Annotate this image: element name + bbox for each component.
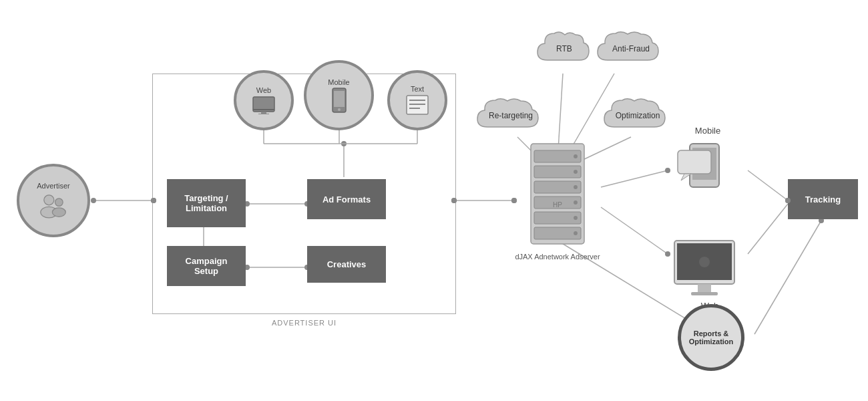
anti-fraud-label: Anti-Fraud: [612, 44, 650, 53]
targeting-box: Targeting /Limitation: [167, 179, 246, 227]
svg-rect-70: [698, 284, 711, 292]
web-icon: [252, 96, 276, 114]
svg-rect-42: [258, 114, 269, 114]
dot-ui-entry: [151, 198, 156, 203]
svg-point-35: [44, 195, 54, 205]
mobile-icon: [331, 88, 347, 113]
svg-line-33: [754, 221, 821, 334]
svg-point-59: [574, 185, 578, 189]
campaign-box: CampaignSetup: [167, 246, 246, 286]
reports-circle: Reports &Optimization: [678, 304, 744, 371]
advertiser-label: Advertiser: [37, 182, 70, 190]
svg-point-45: [338, 108, 341, 111]
ad-formats-box: Ad Formats: [307, 179, 386, 219]
retargeting-cloud: Re-targeting: [474, 94, 548, 137]
svg-line-30: [748, 170, 788, 200]
dot-tracking-entry: [785, 198, 791, 203]
svg-rect-44: [334, 91, 345, 107]
dot-ui-exit: [451, 198, 457, 203]
reports-label: Reports &Optimization: [686, 326, 737, 349]
tracking-box: Tracking: [788, 179, 858, 219]
creatives-label: Creatives: [327, 259, 367, 269]
advertiser-icon: [37, 192, 70, 219]
mobile-circle-label: Mobile: [328, 78, 349, 86]
svg-point-72: [699, 257, 710, 267]
text-icon: [405, 94, 429, 116]
campaign-label: CampaignSetup: [186, 256, 228, 276]
svg-line-26: [601, 207, 668, 254]
svg-point-57: [574, 154, 578, 158]
svg-text:HP: HP: [553, 201, 562, 209]
svg-rect-40: [253, 109, 274, 110]
creatives-box: Creatives: [307, 246, 386, 283]
mobile-output-label: Mobile: [681, 126, 734, 136]
optimization-cloud: Optimization: [601, 94, 674, 137]
svg-line-24: [601, 170, 668, 187]
svg-point-37: [55, 198, 63, 207]
svg-rect-66: [678, 150, 711, 174]
web-output: [668, 237, 741, 304]
svg-rect-41: [261, 112, 266, 114]
web-output-icon: [668, 237, 741, 301]
svg-point-58: [574, 170, 578, 174]
text-circle: Text: [387, 70, 447, 130]
dot-advertiser: [91, 198, 96, 203]
rtb-cloud: RTB: [534, 27, 594, 70]
dot-server-entry: [511, 198, 517, 203]
mobile-output: [671, 137, 738, 197]
svg-rect-71: [691, 292, 718, 295]
ad-formats-label: Ad Formats: [322, 194, 371, 205]
server-label: dJAX Adnetwork Adserver: [514, 253, 601, 261]
svg-point-62: [574, 231, 578, 235]
server-icon: HP: [521, 140, 594, 247]
retargeting-label: Re-targeting: [489, 111, 533, 120]
svg-point-61: [574, 216, 578, 220]
diagram: Advertiser ADVERTISER UI Web Mobile: [0, 0, 868, 401]
server-container: HP dJAX Adnetwork Adserver: [521, 140, 594, 254]
rtb-label: RTB: [556, 44, 572, 53]
svg-point-38: [52, 208, 65, 217]
svg-point-60: [574, 200, 578, 205]
svg-line-32: [748, 204, 788, 254]
advertiser-circle: Advertiser: [17, 164, 90, 237]
web-label: Web: [256, 86, 271, 94]
mobile-output-icon: [671, 137, 738, 197]
tracking-label: Tracking: [805, 194, 841, 205]
svg-point-25: [665, 168, 670, 173]
anti-fraud-cloud: Anti-Fraud: [594, 27, 668, 70]
web-circle: Web: [234, 70, 294, 130]
targeting-label: Targeting /Limitation: [184, 193, 228, 213]
advertiser-ui-label: ADVERTISER UI: [272, 319, 337, 327]
mobile-circle: Mobile: [304, 60, 374, 130]
optimization-cloud-label: Optimization: [616, 111, 660, 120]
text-label: Text: [411, 85, 424, 93]
